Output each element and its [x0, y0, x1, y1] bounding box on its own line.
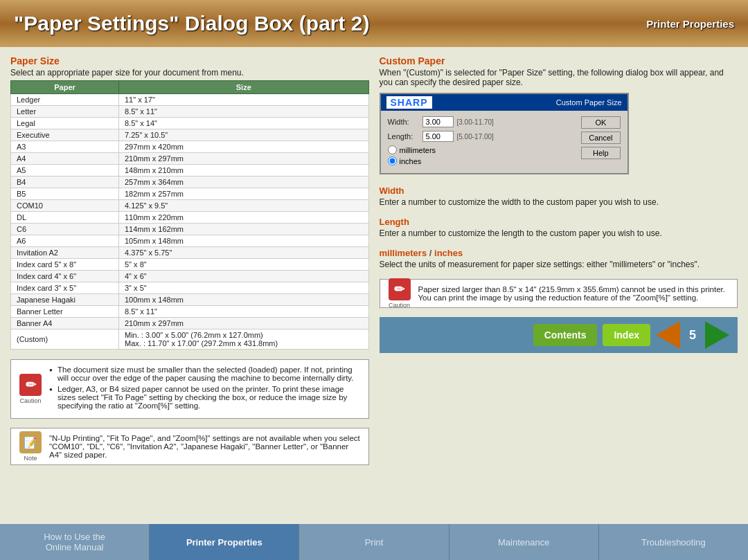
- width-section-desc: Enter a number to customize the width to…: [380, 197, 738, 207]
- unit-slash: /: [429, 248, 434, 258]
- main-container: "Paper Settings" Dialog Box (part 2) Pri…: [0, 0, 748, 560]
- paper-size-section: Paper Size Select an appropriate paper s…: [10, 55, 369, 354]
- table-row: Banner Letter8.5" x 11": [11, 306, 369, 318]
- table-row: Letter8.5" x 11": [11, 106, 369, 118]
- caution-box-1: ✏ Caution The document size must be smal…: [10, 359, 369, 419]
- tab-maintenance[interactable]: Maintenance: [449, 524, 599, 560]
- cancel-button[interactable]: Cancel: [581, 132, 620, 144]
- table-row: Legal8.5" x 14": [11, 118, 369, 129]
- tab-printer-properties[interactable]: Printer Properties: [150, 524, 299, 560]
- dialog-title-right: Custom Paper Size: [556, 98, 622, 107]
- width-section: Width Enter a number to customize the wi…: [380, 186, 738, 207]
- index-button[interactable]: Index: [603, 324, 650, 346]
- length-section: Length Enter a number to customize the l…: [380, 217, 738, 238]
- length-row: Length: [5.00-17.00]: [388, 131, 576, 142]
- table-row: COM104.125" x 9.5": [11, 200, 369, 212]
- table-row: Japanese Hagaki100mm x 148mm: [11, 294, 369, 306]
- radio-mm[interactable]: millimeters: [388, 145, 576, 154]
- caution-img: ✏: [19, 374, 42, 396]
- width-input[interactable]: [422, 116, 454, 127]
- header-subtitle: Printer Properties: [646, 18, 734, 30]
- page-title: "Paper Settings" Dialog Box (part 2): [14, 12, 370, 35]
- length-input[interactable]: [422, 131, 454, 142]
- dialog-body: Width: [3.00-11.70] Length: [5.00-17.00]: [381, 111, 627, 173]
- table-row: Banner A4210mm x 297mm: [11, 318, 369, 329]
- caution-icon-1: ✏ Caution: [17, 372, 44, 406]
- help-button[interactable]: Help: [581, 147, 620, 159]
- caution2-text: Paper sized larger than 8.5" x 14" (215.…: [418, 285, 725, 302]
- tab-print[interactable]: Print: [299, 524, 449, 560]
- units-desc: Select the units of measurement for pape…: [380, 260, 738, 269]
- dialog-titlebar: SHARP Custom Paper Size: [381, 94, 627, 111]
- units-section: millimeters / inches Select the units of…: [380, 248, 738, 269]
- table-row: A5148mm x 210mm: [11, 165, 369, 177]
- header: "Paper Settings" Dialog Box (part 2) Pri…: [0, 0, 748, 47]
- table-row: Invitation A24.375" x 5.75": [11, 247, 369, 259]
- caution-box-2: ✏ Caution Paper sized larger than 8.5" x…: [380, 279, 738, 308]
- note-text: "N-Up Printing", "Fit To Page", and "Zoo…: [49, 434, 360, 459]
- custom-paper-dialog: SHARP Custom Paper Size Width: [3.00-11.…: [380, 93, 629, 174]
- right-column: Custom Paper When "(Custom)" is selected…: [380, 55, 738, 516]
- width-range: [3.00-11.70]: [457, 118, 494, 126]
- col-paper: Paper: [11, 81, 119, 94]
- nav-bar: Contents Index 5: [380, 317, 738, 353]
- col-size: Size: [119, 81, 369, 94]
- dialog-logo: SHARP: [386, 96, 432, 109]
- length-section-title: Length: [380, 217, 738, 227]
- dialog-buttons: OK Cancel Help: [581, 116, 620, 168]
- radio-in-input[interactable]: [388, 156, 397, 165]
- note-icon: 📝 Note: [17, 429, 44, 464]
- table-row: Ledger11" x 17": [11, 94, 369, 106]
- table-row: A4210mm x 297mm: [11, 153, 369, 165]
- unit-in-title: inches: [434, 248, 463, 258]
- paper-size-table: Paper Size Ledger11" x 17"Letter8.5" x 1…: [10, 80, 369, 350]
- table-row: B5182mm x 257mm: [11, 188, 369, 200]
- custom-paper-section: Custom Paper When "(Custom)" is selected…: [380, 55, 738, 180]
- length-label: Length:: [388, 132, 419, 141]
- unit-mm-title: millimeters: [380, 248, 427, 258]
- table-row: A3297mm x 420mm: [11, 141, 369, 153]
- table-row: Index card 3" x 5"3" x 5": [11, 282, 369, 294]
- radio-in-label: inches: [400, 157, 422, 165]
- contents-button[interactable]: Contents: [533, 324, 598, 346]
- next-page-button[interactable]: [705, 321, 729, 349]
- tab-troubleshooting[interactable]: Troubleshooting: [599, 524, 748, 560]
- radio-in[interactable]: inches: [388, 156, 576, 165]
- table-row: A6105mm x 148mm: [11, 235, 369, 247]
- table-row: Index card 4" x 6"4" x 6": [11, 271, 369, 282]
- table-row: Executive7.25" x 10.5": [11, 129, 369, 141]
- ok-button[interactable]: OK: [581, 116, 620, 129]
- table-row: C6114mm x 162mm: [11, 224, 369, 235]
- prev-page-button[interactable]: [656, 321, 680, 349]
- length-range: [5.00-17.00]: [457, 133, 494, 141]
- table-row: DL110mm x 220mm: [11, 212, 369, 224]
- width-row: Width: [3.00-11.70]: [388, 116, 576, 127]
- paper-size-desc: Select an appropriate paper size for you…: [10, 68, 369, 78]
- radio-mm-input[interactable]: [388, 145, 397, 154]
- content-area: Paper Size Select an appropriate paper s…: [0, 47, 748, 524]
- caution1-list: The document size must be smaller than t…: [49, 365, 362, 410]
- paper-size-title: Paper Size: [10, 55, 369, 66]
- tab-how-to[interactable]: How to Use the Online Manual: [0, 524, 150, 560]
- custom-paper-desc: When "(Custom)" is selected for "Paper S…: [380, 68, 738, 87]
- radio-mm-label: millimeters: [400, 146, 436, 154]
- table-row: Index card 5" x 8"5" x 8": [11, 259, 369, 271]
- table-row: (Custom)Min. : 3.00" x 5.00" (76.2mm x 1…: [11, 329, 369, 350]
- length-section-desc: Enter a number to customize the length t…: [380, 228, 738, 238]
- left-column: Paper Size Select an appropriate paper s…: [10, 55, 369, 516]
- custom-paper-title: Custom Paper: [380, 55, 738, 66]
- page-number: 5: [686, 328, 700, 343]
- dialog-fields: Width: [3.00-11.70] Length: [5.00-17.00]: [388, 116, 576, 168]
- caution-icon-2: ✏ Caution: [386, 276, 413, 311]
- width-section-title: Width: [380, 186, 738, 196]
- note-box: 📝 Note "N-Up Printing", "Fit To Page", a…: [10, 428, 369, 465]
- width-label: Width:: [388, 118, 419, 126]
- bottom-tabs: How to Use the Online Manual Printer Pro…: [0, 524, 748, 560]
- table-row: B4257mm x 364mm: [11, 177, 369, 188]
